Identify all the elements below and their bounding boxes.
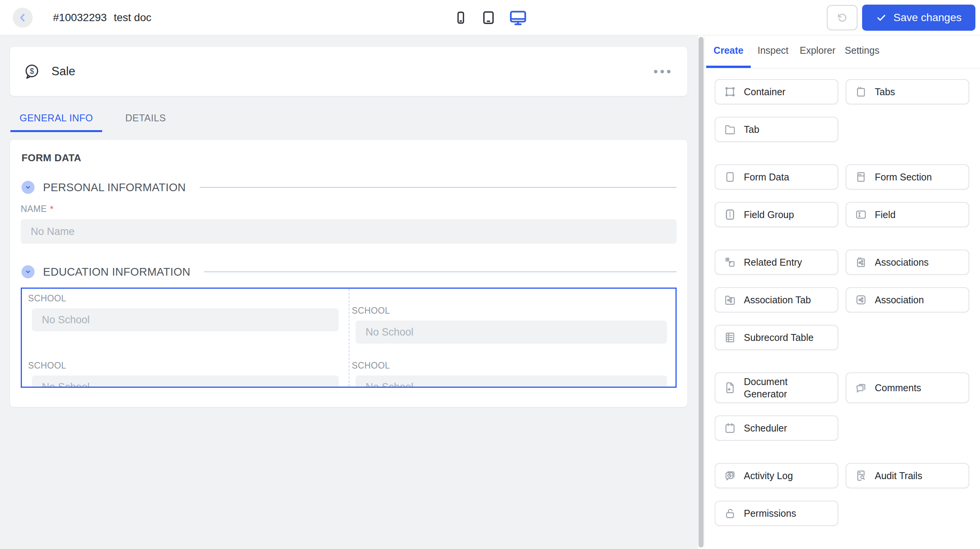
component-label: Scheduler (744, 422, 787, 434)
phone-preview-button[interactable] (452, 10, 468, 26)
related-entry-icon (723, 255, 737, 269)
field-label: SCHOOL (351, 360, 667, 371)
back-button[interactable] (13, 8, 33, 28)
scheduler-icon (723, 421, 737, 435)
section-title: PERSONAL INFORMATION (43, 181, 186, 194)
permissions-icon (723, 506, 737, 520)
component-label: Form Data (744, 171, 789, 183)
form-section-icon (854, 170, 868, 184)
component-form-data-button[interactable]: Form Data (715, 164, 838, 190)
tablet-preview-button[interactable] (480, 9, 497, 26)
component-association-tab-button[interactable]: Association Tab (715, 287, 838, 313)
comments-icon (854, 381, 868, 395)
activity-log-icon (723, 469, 737, 483)
component-activity-log-button[interactable]: Activity Log (715, 463, 838, 488)
scrollbar-thumb[interactable] (699, 37, 704, 547)
component-label: Comments (875, 382, 921, 394)
ellipsis-icon (654, 70, 657, 73)
field-school[interactable]: SCHOOL (349, 344, 675, 388)
sale-bubble-dollar-icon: $ (23, 63, 41, 80)
name-input[interactable] (21, 219, 677, 244)
component-group: Document GeneratorCommentsScheduler (715, 372, 969, 441)
collapse-section-button[interactable] (22, 181, 35, 194)
tab-settings[interactable]: Settings (840, 35, 884, 68)
tab-general-info[interactable]: GENERAL INFO (10, 112, 102, 132)
component-label: Audit Trails (875, 470, 922, 482)
component-label: Field (875, 208, 896, 221)
component-label: Associations (875, 256, 929, 268)
canvas-scrollbar[interactable] (698, 35, 704, 549)
card-menu-button[interactable] (650, 66, 674, 77)
component-group: ContainerTabsTab (715, 79, 969, 142)
component-audit-trails-button[interactable]: Audit Trails (846, 463, 969, 488)
school-input-4[interactable] (356, 375, 667, 388)
field-label: SCHOOL (27, 293, 339, 304)
section-personal-information: PERSONAL INFORMATION (21, 181, 677, 194)
component-association-button[interactable]: Association (846, 287, 969, 313)
section-divider-line (204, 271, 677, 272)
component-group: Form DataForm SectionField GroupField (715, 164, 969, 227)
save-changes-button[interactable]: Save changes (862, 5, 975, 31)
phone-icon (452, 10, 468, 26)
school-input-2[interactable] (356, 321, 667, 344)
school-input-3[interactable] (32, 375, 339, 388)
component-tabs-button[interactable]: Tabs (846, 79, 969, 104)
undo-icon (836, 12, 848, 24)
chevron-down-icon (24, 268, 32, 276)
tab-explorer[interactable]: Explorer (795, 35, 840, 68)
field-label: SCHOOL (351, 306, 667, 316)
section-education-information: EDUCATION INFORMATION (21, 265, 677, 278)
component-related-entry-button[interactable]: Related Entry (715, 250, 838, 275)
document-title: #10032293 test doc (53, 0, 151, 35)
component-field-group-button[interactable]: Field Group (715, 202, 838, 227)
component-group: Activity LogAudit TrailsPermissions (715, 463, 969, 526)
field-school[interactable]: SCHOOL (349, 289, 675, 344)
component-document-generator-button[interactable]: Document Generator (715, 372, 838, 403)
field-school[interactable]: SCHOOL (22, 289, 349, 344)
school-input-1[interactable] (32, 308, 339, 331)
component-label: Association Tab (744, 294, 811, 306)
tab-inspect[interactable]: Inspect (751, 35, 795, 68)
record-page-tabs: GENERAL INFO DETAILS (10, 96, 687, 132)
module-header-card[interactable]: $ Sale (10, 47, 687, 96)
column-divider (349, 289, 349, 387)
component-field-button[interactable]: Field (846, 202, 969, 227)
component-associations-button[interactable]: Associations (846, 250, 969, 275)
subrecord-table-icon (723, 331, 737, 344)
component-label: Activity Log (744, 470, 793, 482)
desktop-preview-button[interactable] (508, 8, 528, 27)
component-label: Container (744, 86, 785, 98)
tab-details[interactable]: DETAILS (116, 112, 175, 132)
top-actions: Save changes (827, 5, 975, 31)
undo-button[interactable] (827, 5, 858, 30)
selected-field-group[interactable]: field-group SCHOOLSCHOOLSCHOOLSCHOOL (21, 288, 677, 388)
component-subrecord-table-button[interactable]: Subrecord Table (715, 325, 838, 350)
section-title: EDUCATION INFORMATION (43, 266, 190, 278)
component-label: Document Generator (744, 375, 833, 400)
collapse-section-button[interactable] (22, 265, 35, 278)
field-school[interactable]: SCHOOL (22, 344, 349, 388)
component-comments-button[interactable]: Comments (846, 372, 969, 403)
component-scheduler-button[interactable]: Scheduler (715, 415, 838, 441)
form-data-icon (723, 170, 737, 184)
check-icon (876, 12, 887, 23)
tab-create[interactable]: Create (706, 35, 751, 68)
component-permissions-button[interactable]: Permissions (715, 501, 838, 526)
component-form-section-button[interactable]: Form Section (846, 164, 969, 190)
field-label: NAME * (21, 204, 677, 215)
component-label: Subrecord Table (744, 331, 814, 344)
component-container-button[interactable]: Container (715, 79, 838, 104)
form-builder-canvas: $ Sale GENERAL INFO DETAILS FORM DATA PE… (0, 35, 698, 549)
component-tab-button[interactable]: Tab (715, 117, 838, 142)
field-label: SCHOOL (27, 360, 339, 371)
document-name: test doc (114, 12, 151, 24)
field-name[interactable]: NAME * (21, 204, 677, 244)
desktop-icon (508, 8, 528, 27)
save-changes-label: Save changes (894, 12, 962, 24)
component-label: Permissions (744, 507, 796, 519)
component-label: Form Section (875, 171, 932, 183)
chevron-down-icon (24, 183, 32, 192)
audit-trails-icon (854, 469, 868, 483)
tabs-icon (854, 85, 868, 99)
required-asterisk: * (50, 204, 54, 215)
